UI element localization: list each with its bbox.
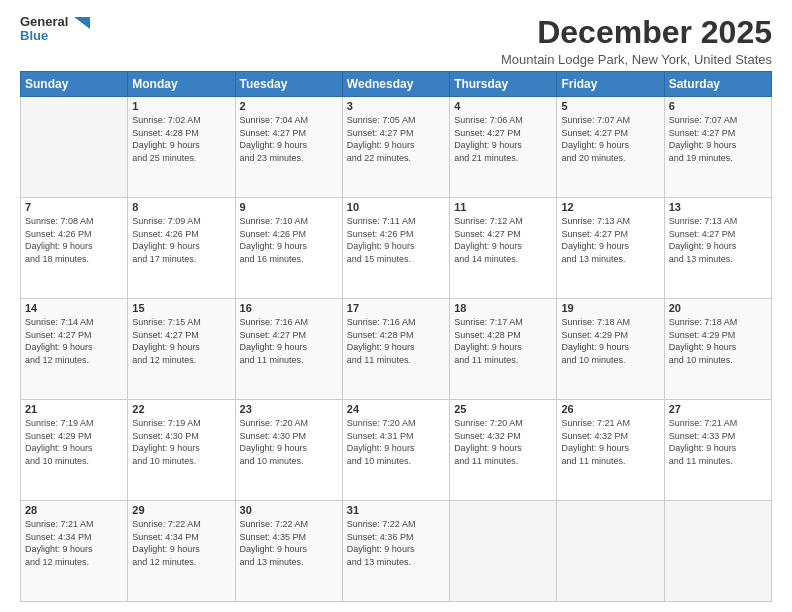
calendar-cell: 9Sunrise: 7:10 AM Sunset: 4:26 PM Daylig… <box>235 198 342 299</box>
day-number: 24 <box>347 403 445 415</box>
logo-general: General <box>20 15 90 29</box>
calendar-day-header: Saturday <box>664 72 771 97</box>
day-number: 13 <box>669 201 767 213</box>
day-info: Sunrise: 7:10 AM Sunset: 4:26 PM Dayligh… <box>240 215 338 265</box>
day-info: Sunrise: 7:18 AM Sunset: 4:29 PM Dayligh… <box>669 316 767 366</box>
day-info: Sunrise: 7:19 AM Sunset: 4:29 PM Dayligh… <box>25 417 123 467</box>
calendar-cell: 11Sunrise: 7:12 AM Sunset: 4:27 PM Dayli… <box>450 198 557 299</box>
day-info: Sunrise: 7:05 AM Sunset: 4:27 PM Dayligh… <box>347 114 445 164</box>
calendar-cell: 6Sunrise: 7:07 AM Sunset: 4:27 PM Daylig… <box>664 97 771 198</box>
calendar-week-row: 28Sunrise: 7:21 AM Sunset: 4:34 PM Dayli… <box>21 501 772 602</box>
day-info: Sunrise: 7:04 AM Sunset: 4:27 PM Dayligh… <box>240 114 338 164</box>
day-number: 25 <box>454 403 552 415</box>
calendar-day-header: Wednesday <box>342 72 449 97</box>
day-number: 9 <box>240 201 338 213</box>
day-number: 10 <box>347 201 445 213</box>
day-info: Sunrise: 7:21 AM Sunset: 4:34 PM Dayligh… <box>25 518 123 568</box>
calendar-day-header: Tuesday <box>235 72 342 97</box>
day-number: 17 <box>347 302 445 314</box>
calendar-cell: 4Sunrise: 7:06 AM Sunset: 4:27 PM Daylig… <box>450 97 557 198</box>
day-number: 19 <box>561 302 659 314</box>
calendar-cell: 27Sunrise: 7:21 AM Sunset: 4:33 PM Dayli… <box>664 400 771 501</box>
day-info: Sunrise: 7:14 AM Sunset: 4:27 PM Dayligh… <box>25 316 123 366</box>
day-number: 21 <box>25 403 123 415</box>
calendar-cell: 5Sunrise: 7:07 AM Sunset: 4:27 PM Daylig… <box>557 97 664 198</box>
calendar-cell: 1Sunrise: 7:02 AM Sunset: 4:28 PM Daylig… <box>128 97 235 198</box>
calendar-cell: 13Sunrise: 7:13 AM Sunset: 4:27 PM Dayli… <box>664 198 771 299</box>
calendar-cell: 3Sunrise: 7:05 AM Sunset: 4:27 PM Daylig… <box>342 97 449 198</box>
day-info: Sunrise: 7:06 AM Sunset: 4:27 PM Dayligh… <box>454 114 552 164</box>
calendar-cell: 17Sunrise: 7:16 AM Sunset: 4:28 PM Dayli… <box>342 299 449 400</box>
day-info: Sunrise: 7:02 AM Sunset: 4:28 PM Dayligh… <box>132 114 230 164</box>
day-number: 6 <box>669 100 767 112</box>
day-info: Sunrise: 7:16 AM Sunset: 4:27 PM Dayligh… <box>240 316 338 366</box>
day-info: Sunrise: 7:21 AM Sunset: 4:33 PM Dayligh… <box>669 417 767 467</box>
calendar-cell <box>450 501 557 602</box>
calendar-cell: 2Sunrise: 7:04 AM Sunset: 4:27 PM Daylig… <box>235 97 342 198</box>
day-number: 7 <box>25 201 123 213</box>
day-number: 1 <box>132 100 230 112</box>
calendar-table: SundayMondayTuesdayWednesdayThursdayFrid… <box>20 71 772 602</box>
calendar-day-header: Monday <box>128 72 235 97</box>
calendar-cell: 25Sunrise: 7:20 AM Sunset: 4:32 PM Dayli… <box>450 400 557 501</box>
calendar-cell: 8Sunrise: 7:09 AM Sunset: 4:26 PM Daylig… <box>128 198 235 299</box>
day-info: Sunrise: 7:07 AM Sunset: 4:27 PM Dayligh… <box>669 114 767 164</box>
svg-marker-0 <box>74 17 90 29</box>
day-number: 4 <box>454 100 552 112</box>
day-info: Sunrise: 7:09 AM Sunset: 4:26 PM Dayligh… <box>132 215 230 265</box>
calendar-cell: 23Sunrise: 7:20 AM Sunset: 4:30 PM Dayli… <box>235 400 342 501</box>
title-block: December 2025 Mountain Lodge Park, New Y… <box>501 15 772 67</box>
day-number: 5 <box>561 100 659 112</box>
logo-blue: Blue <box>20 29 90 43</box>
header: General Blue December 2025 Mountain Lodg… <box>20 15 772 67</box>
calendar-cell: 21Sunrise: 7:19 AM Sunset: 4:29 PM Dayli… <box>21 400 128 501</box>
calendar-week-row: 21Sunrise: 7:19 AM Sunset: 4:29 PM Dayli… <box>21 400 772 501</box>
day-info: Sunrise: 7:15 AM Sunset: 4:27 PM Dayligh… <box>132 316 230 366</box>
calendar-cell: 28Sunrise: 7:21 AM Sunset: 4:34 PM Dayli… <box>21 501 128 602</box>
day-number: 28 <box>25 504 123 516</box>
calendar-cell: 19Sunrise: 7:18 AM Sunset: 4:29 PM Dayli… <box>557 299 664 400</box>
calendar-cell: 22Sunrise: 7:19 AM Sunset: 4:30 PM Dayli… <box>128 400 235 501</box>
day-number: 30 <box>240 504 338 516</box>
day-info: Sunrise: 7:07 AM Sunset: 4:27 PM Dayligh… <box>561 114 659 164</box>
subtitle: Mountain Lodge Park, New York, United St… <box>501 52 772 67</box>
calendar-header-row: SundayMondayTuesdayWednesdayThursdayFrid… <box>21 72 772 97</box>
calendar-cell: 20Sunrise: 7:18 AM Sunset: 4:29 PM Dayli… <box>664 299 771 400</box>
day-number: 3 <box>347 100 445 112</box>
day-info: Sunrise: 7:08 AM Sunset: 4:26 PM Dayligh… <box>25 215 123 265</box>
calendar-cell <box>21 97 128 198</box>
day-info: Sunrise: 7:16 AM Sunset: 4:28 PM Dayligh… <box>347 316 445 366</box>
day-number: 2 <box>240 100 338 112</box>
calendar-cell: 15Sunrise: 7:15 AM Sunset: 4:27 PM Dayli… <box>128 299 235 400</box>
day-number: 31 <box>347 504 445 516</box>
main-title: December 2025 <box>501 15 772 50</box>
logo: General Blue <box>20 15 90 44</box>
day-info: Sunrise: 7:12 AM Sunset: 4:27 PM Dayligh… <box>454 215 552 265</box>
day-info: Sunrise: 7:22 AM Sunset: 4:36 PM Dayligh… <box>347 518 445 568</box>
day-number: 26 <box>561 403 659 415</box>
day-info: Sunrise: 7:22 AM Sunset: 4:35 PM Dayligh… <box>240 518 338 568</box>
calendar-day-header: Sunday <box>21 72 128 97</box>
day-number: 29 <box>132 504 230 516</box>
day-number: 18 <box>454 302 552 314</box>
day-number: 16 <box>240 302 338 314</box>
day-info: Sunrise: 7:13 AM Sunset: 4:27 PM Dayligh… <box>561 215 659 265</box>
day-number: 8 <box>132 201 230 213</box>
calendar-week-row: 1Sunrise: 7:02 AM Sunset: 4:28 PM Daylig… <box>21 97 772 198</box>
calendar-cell <box>664 501 771 602</box>
day-info: Sunrise: 7:13 AM Sunset: 4:27 PM Dayligh… <box>669 215 767 265</box>
calendar-cell: 26Sunrise: 7:21 AM Sunset: 4:32 PM Dayli… <box>557 400 664 501</box>
day-info: Sunrise: 7:20 AM Sunset: 4:30 PM Dayligh… <box>240 417 338 467</box>
day-number: 22 <box>132 403 230 415</box>
calendar-cell: 7Sunrise: 7:08 AM Sunset: 4:26 PM Daylig… <box>21 198 128 299</box>
calendar-cell: 29Sunrise: 7:22 AM Sunset: 4:34 PM Dayli… <box>128 501 235 602</box>
day-info: Sunrise: 7:20 AM Sunset: 4:31 PM Dayligh… <box>347 417 445 467</box>
day-info: Sunrise: 7:19 AM Sunset: 4:30 PM Dayligh… <box>132 417 230 467</box>
calendar-day-header: Friday <box>557 72 664 97</box>
day-info: Sunrise: 7:21 AM Sunset: 4:32 PM Dayligh… <box>561 417 659 467</box>
logo-triangle <box>74 17 90 29</box>
calendar-cell: 24Sunrise: 7:20 AM Sunset: 4:31 PM Dayli… <box>342 400 449 501</box>
day-number: 11 <box>454 201 552 213</box>
day-info: Sunrise: 7:22 AM Sunset: 4:34 PM Dayligh… <box>132 518 230 568</box>
day-info: Sunrise: 7:18 AM Sunset: 4:29 PM Dayligh… <box>561 316 659 366</box>
